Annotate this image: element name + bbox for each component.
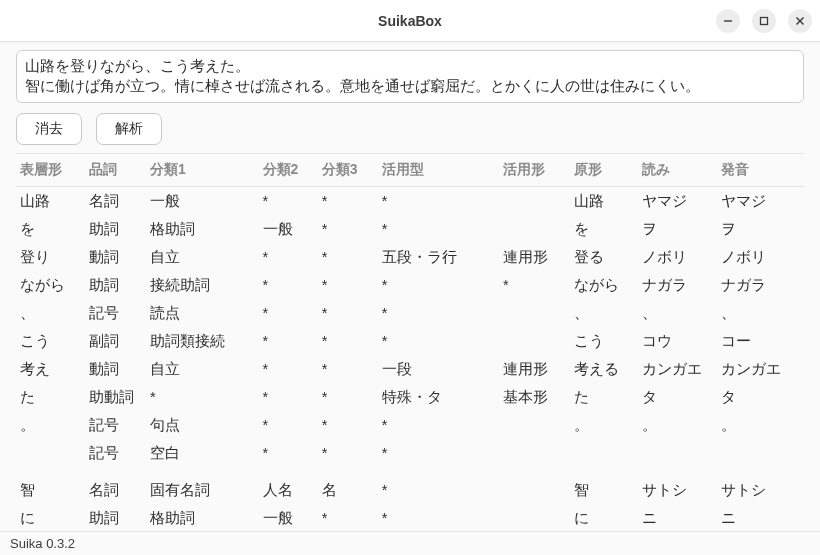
input-textarea[interactable]: 山路を登りながら、こう考えた。 智に働けば角が立つ。情に棹させば流される。意地を… [16, 50, 804, 103]
table-row[interactable]: 考え動詞自立**一段連用形考えるカンガエカンガエ [16, 355, 804, 383]
table-cell [499, 504, 570, 531]
results-table: 表層形 品詞 分類1 分類2 分類3 活用型 活用形 原形 読み 発音 山路名詞… [16, 154, 804, 531]
table-cell: * [259, 299, 318, 327]
table-cell: * [318, 271, 378, 299]
table-cell [638, 467, 717, 476]
table-cell: * [318, 243, 378, 271]
table-cell: こう [16, 327, 85, 355]
table-cell [717, 467, 804, 476]
table-cell: * [378, 299, 499, 327]
col-conjtype[interactable]: 活用型 [378, 154, 499, 187]
table-cell: カンガエ [638, 355, 717, 383]
table-cell: 空白 [146, 439, 259, 467]
table-cell [16, 439, 85, 467]
col-sub2[interactable]: 分類2 [259, 154, 318, 187]
table-cell: 動詞 [85, 243, 146, 271]
table-row[interactable]: 記号空白*** [16, 439, 804, 467]
table-cell: 読点 [146, 299, 259, 327]
close-button[interactable] [788, 9, 812, 33]
col-base[interactable]: 原形 [570, 154, 638, 187]
table-row[interactable]: 山路名詞一般***山路ヤマジヤマジ [16, 187, 804, 216]
table-cell: 記号 [85, 439, 146, 467]
table-row[interactable]: こう副詞助詞類接続***こうコウコー [16, 327, 804, 355]
col-surface[interactable]: 表層形 [16, 154, 85, 187]
table-cell: * [378, 327, 499, 355]
table-cell: * [259, 271, 318, 299]
table-cell: 。 [717, 411, 804, 439]
table-cell: に [16, 504, 85, 531]
svg-rect-1 [761, 17, 768, 24]
table-cell: 助詞 [85, 504, 146, 531]
table-cell [499, 187, 570, 216]
table-cell: ノボリ [638, 243, 717, 271]
table-cell: 自立 [146, 355, 259, 383]
window-title: SuikaBox [378, 13, 442, 29]
table-cell: * [318, 411, 378, 439]
table-cell [570, 467, 638, 476]
minimize-icon [723, 16, 733, 26]
table-cell: タ [638, 383, 717, 411]
col-conjform[interactable]: 活用形 [499, 154, 570, 187]
table-cell: ヤマジ [638, 187, 717, 216]
col-reading[interactable]: 読み [638, 154, 717, 187]
table-cell: * [259, 243, 318, 271]
table-cell: サトシ [717, 476, 804, 504]
table-cell: タ [717, 383, 804, 411]
table-cell: ノボリ [717, 243, 804, 271]
col-pron[interactable]: 発音 [717, 154, 804, 187]
table-cell: ニ [717, 504, 804, 531]
table-cell: * [259, 411, 318, 439]
table-cell: 一般 [259, 215, 318, 243]
table-cell: * [318, 383, 378, 411]
col-pos[interactable]: 品詞 [85, 154, 146, 187]
table-cell: * [378, 215, 499, 243]
table-cell: * [318, 187, 378, 216]
table-cell: 五段・ラ行 [378, 243, 499, 271]
table-row[interactable]: 智名詞固有名詞人名名*智サトシサトシ [16, 476, 804, 504]
table-cell: ナガラ [717, 271, 804, 299]
table-cell: ニ [638, 504, 717, 531]
table-cell: * [259, 187, 318, 216]
table-cell: 記号 [85, 299, 146, 327]
table-row[interactable]: 、記号読点***、、、 [16, 299, 804, 327]
table-cell: 名詞 [85, 476, 146, 504]
window-controls [716, 9, 812, 33]
table-row[interactable] [16, 467, 804, 476]
table-cell: 山路 [570, 187, 638, 216]
table-cell: * [318, 439, 378, 467]
table-row[interactable]: に助詞格助詞一般**にニニ [16, 504, 804, 531]
col-sub1[interactable]: 分類1 [146, 154, 259, 187]
table-row[interactable]: 登り動詞自立**五段・ラ行連用形登るノボリノボリ [16, 243, 804, 271]
table-cell: サトシ [638, 476, 717, 504]
table-cell: ながら [16, 271, 85, 299]
table-cell: * [499, 271, 570, 299]
table-row[interactable]: を助詞格助詞一般**をヲヲ [16, 215, 804, 243]
table-cell: 、 [638, 299, 717, 327]
table-cell: 智 [570, 476, 638, 504]
table-cell: 考え [16, 355, 85, 383]
minimize-button[interactable] [716, 9, 740, 33]
table-cell: 登り [16, 243, 85, 271]
table-cell: 基本形 [499, 383, 570, 411]
table-row[interactable]: 。記号句点***。。。 [16, 411, 804, 439]
clear-button[interactable]: 消去 [16, 113, 82, 145]
table-cell: ヲ [638, 215, 717, 243]
table-cell: * [259, 355, 318, 383]
analyze-button[interactable]: 解析 [96, 113, 162, 145]
table-cell: カンガエ [717, 355, 804, 383]
table-cell: 副詞 [85, 327, 146, 355]
results-table-wrap: 表層形 品詞 分類1 分類2 分類3 活用型 活用形 原形 読み 発音 山路名詞… [16, 153, 804, 531]
table-cell: 。 [570, 411, 638, 439]
table-row[interactable]: た助動詞***特殊・タ基本形たタタ [16, 383, 804, 411]
maximize-button[interactable] [752, 9, 776, 33]
table-row[interactable]: ながら助詞接続助詞****ながらナガラナガラ [16, 271, 804, 299]
table-cell: 句点 [146, 411, 259, 439]
table-cell: 、 [570, 299, 638, 327]
table-cell: * [318, 215, 378, 243]
table-cell: 人名 [259, 476, 318, 504]
col-sub3[interactable]: 分類3 [318, 154, 378, 187]
table-cell: * [378, 411, 499, 439]
table-cell [499, 476, 570, 504]
table-cell: 登る [570, 243, 638, 271]
table-cell: ヲ [717, 215, 804, 243]
